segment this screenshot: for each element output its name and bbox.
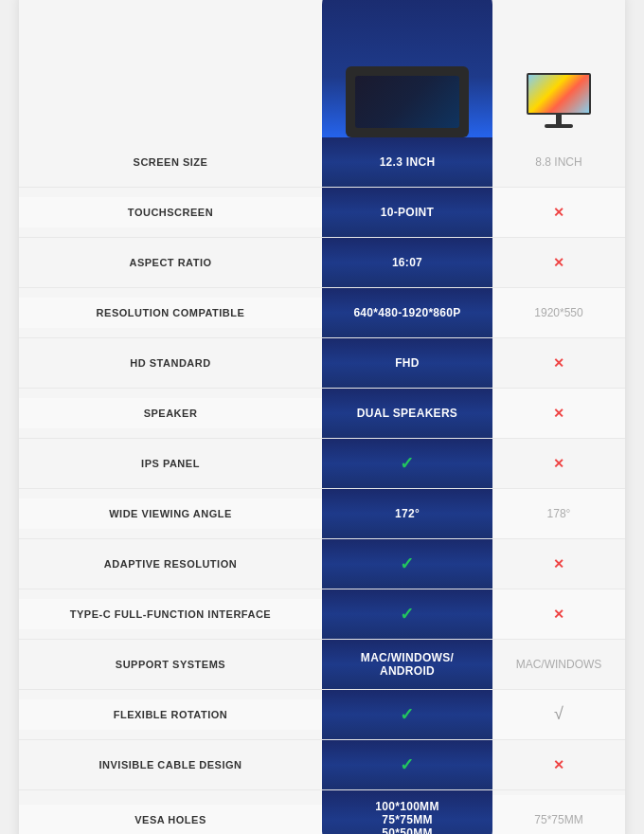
feature-label: WIDE VIEWING ANGLE: [19, 499, 322, 529]
our-value: 10-POINT: [322, 188, 492, 237]
our-value: ✓: [322, 589, 492, 639]
table-row: VESA HOLES100*100MM 75*75MM 50*50MM75*75…: [19, 790, 625, 835]
data-rows: SCREEN SIZE12.3 INCH8.8 INCHTOUCHSCREEN1…: [19, 137, 625, 835]
their-value: 8.8 INCH: [492, 137, 625, 187]
our-value: ✓: [322, 539, 492, 589]
their-value: ✕: [492, 589, 625, 639]
their-value: √: [492, 690, 625, 739]
their-value: 75*75MM: [492, 795, 625, 835]
feature-label: IPS PANEL: [19, 448, 322, 479]
monitor-stand: [556, 115, 562, 124]
feature-label: SPEAKER: [19, 398, 322, 428]
our-value: 16:07: [322, 238, 492, 287]
feature-label: ADAPTIVE RESOLUTION: [19, 549, 322, 579]
table-row: SPEAKERDUAL SPEAKERS✕: [19, 389, 625, 439]
comparison-table: SCREEN SIZE12.3 INCH8.8 INCHTOUCHSCREEN1…: [19, 0, 625, 834]
monitor-screen-inner: [528, 75, 589, 113]
feature-label: VESA HOLES: [19, 805, 322, 835]
table-row: RESOLUTION COMPATIBLE640*480-1920*860P19…: [19, 288, 625, 338]
their-value: ✕: [492, 389, 625, 438]
our-value: 100*100MM 75*75MM 50*50MM: [322, 790, 492, 835]
feature-label: SUPPORT SYSTEMS: [19, 649, 322, 680]
feature-label: TYPE-C FULL-FUNCTION INTERFACE: [19, 599, 322, 629]
monitor-base: [545, 124, 573, 128]
table-row: WIDE VIEWING ANGLE172°178°: [19, 489, 625, 539]
header-center-product: [322, 0, 492, 137]
their-value: 1920*550: [492, 288, 625, 337]
table-row: SCREEN SIZE12.3 INCH8.8 INCH: [19, 137, 625, 188]
feature-label: FLEXIBLE ROTATION: [19, 699, 322, 730]
table-row: SUPPORT SYSTEMSMAC/WINDOWS/ ANDROIDMAC/W…: [19, 640, 625, 690]
our-value: 640*480-1920*860P: [322, 288, 492, 337]
our-value: 12.3 INCH: [322, 137, 492, 187]
our-value: 172°: [322, 489, 492, 538]
their-value: ✕: [492, 740, 625, 789]
their-value: ✕: [492, 338, 625, 388]
table-row: ASPECT RATIO16:07✕: [19, 238, 625, 288]
feature-label: TOUCHSCREEN: [19, 197, 322, 227]
feature-label: INVISIBLE CABLE DESIGN: [19, 750, 322, 780]
feature-label: SCREEN SIZE: [19, 147, 322, 177]
feature-label: RESOLUTION COMPATIBLE: [19, 298, 322, 328]
their-value: MAC/WINDOWS: [492, 640, 625, 689]
our-product-image: [346, 66, 469, 137]
table-row: HD STANDARDFHD✕: [19, 338, 625, 389]
their-value: ✕: [492, 439, 625, 488]
header-right-others: [492, 29, 625, 137]
their-value: ✕: [492, 238, 625, 287]
table-row: ADAPTIVE RESOLUTION✓✕: [19, 539, 625, 589]
feature-label: HD STANDARD: [19, 348, 322, 378]
our-value: DUAL SPEAKERS: [322, 389, 492, 438]
header-row: [19, 0, 625, 137]
their-value: ✕: [492, 539, 625, 589]
our-value: MAC/WINDOWS/ ANDROID: [322, 640, 492, 689]
table-row: TYPE-C FULL-FUNCTION INTERFACE✓✕: [19, 589, 625, 640]
our-value: ✓: [322, 439, 492, 488]
their-value: 178°: [492, 489, 625, 538]
monitor-screen: [527, 73, 591, 115]
our-value: FHD: [322, 338, 492, 388]
their-value: ✕: [492, 188, 625, 237]
others-monitor-image: [521, 73, 597, 130]
table-row: TOUCHSCREEN10-POINT✕: [19, 188, 625, 238]
our-value: ✓: [322, 690, 492, 739]
our-value: ✓: [322, 740, 492, 789]
feature-label: ASPECT RATIO: [19, 247, 322, 278]
table-row: IPS PANEL✓✕: [19, 439, 625, 489]
table-row: FLEXIBLE ROTATION✓√: [19, 690, 625, 740]
table-row: INVISIBLE CABLE DESIGN✓✕: [19, 740, 625, 790]
